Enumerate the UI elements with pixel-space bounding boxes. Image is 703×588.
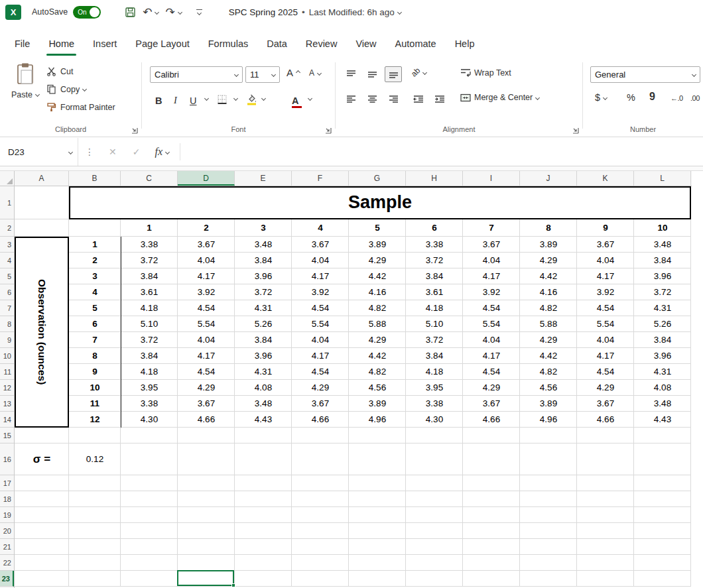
- observation-number-7[interactable]: 7: [69, 332, 121, 348]
- paste-button[interactable]: Paste: [9, 62, 41, 121]
- cell-J3[interactable]: 3.89: [520, 237, 577, 253]
- row-header-2[interactable]: 2: [0, 219, 14, 237]
- ribbon-tab-data[interactable]: Data: [257, 34, 296, 53]
- sample-number-3[interactable]: 3: [235, 219, 292, 237]
- cell-E11[interactable]: 4.31: [235, 364, 292, 380]
- column-header-K[interactable]: K: [577, 171, 634, 186]
- sample-number-5[interactable]: 5: [349, 219, 406, 237]
- cell-J13[interactable]: 3.89: [520, 396, 577, 412]
- copy-button[interactable]: Copy: [46, 80, 115, 98]
- fill-handle[interactable]: [231, 583, 235, 587]
- cell-C4[interactable]: 3.72: [121, 253, 178, 268]
- sample-number-8[interactable]: 8: [520, 219, 577, 237]
- cell-K5[interactable]: 4.17: [577, 268, 634, 284]
- observation-number-6[interactable]: 6: [69, 316, 121, 332]
- cell-D8[interactable]: 5.54: [178, 316, 235, 332]
- ribbon-tab-page-layout[interactable]: Page Layout: [126, 34, 198, 53]
- cell-F8[interactable]: 5.54: [292, 316, 349, 332]
- cell-L4[interactable]: 3.84: [634, 253, 691, 268]
- row-header-22[interactable]: 22: [0, 555, 14, 571]
- row-header-18[interactable]: 18: [0, 491, 14, 507]
- cell-E5[interactable]: 3.96: [235, 268, 292, 284]
- cell-E4[interactable]: 3.84: [235, 253, 292, 268]
- row-header-14[interactable]: 14: [0, 412, 14, 428]
- cell-G5[interactable]: 4.42: [349, 268, 406, 284]
- cell-L3[interactable]: 3.48: [634, 237, 691, 253]
- cell-K13[interactable]: 3.67: [577, 396, 634, 412]
- cell-K10[interactable]: 4.17: [577, 348, 634, 364]
- autosave-toggle[interactable]: On: [73, 6, 101, 19]
- column-header-B[interactable]: B: [69, 171, 121, 186]
- cell-L11[interactable]: 4.31: [634, 364, 691, 380]
- decrease-font-size-button[interactable]: A: [309, 68, 321, 78]
- cell-H8[interactable]: 5.10: [406, 316, 463, 332]
- cell-G6[interactable]: 4.16: [349, 284, 406, 300]
- column-header-H[interactable]: H: [406, 171, 463, 186]
- cell-H3[interactable]: 3.38: [406, 237, 463, 253]
- cell-L9[interactable]: 3.84: [634, 332, 691, 348]
- name-box[interactable]: D23: [0, 138, 78, 166]
- cell-E9[interactable]: 3.84: [235, 332, 292, 348]
- decrease-indent-button[interactable]: [410, 91, 427, 107]
- row-header-20[interactable]: 20: [0, 523, 14, 539]
- observation-number-8[interactable]: 8: [69, 348, 121, 364]
- ribbon-tab-review[interactable]: Review: [296, 34, 347, 53]
- cell-E8[interactable]: 5.26: [235, 316, 292, 332]
- cell-K6[interactable]: 3.92: [577, 284, 634, 300]
- cell-K11[interactable]: 4.54: [577, 364, 634, 380]
- chevron-down-icon[interactable]: [261, 96, 266, 101]
- observation-number-12[interactable]: 12: [69, 412, 121, 428]
- cell-G9[interactable]: 4.29: [349, 332, 406, 348]
- cancel-button[interactable]: ✕: [101, 147, 125, 157]
- cell-K3[interactable]: 3.67: [577, 237, 634, 253]
- excel-app-icon[interactable]: X: [5, 5, 21, 20]
- cell-F6[interactable]: 3.92: [292, 284, 349, 300]
- percent-style-button[interactable]: %: [627, 92, 635, 103]
- cell-F13[interactable]: 3.67: [292, 396, 349, 412]
- kebab-icon[interactable]: ⋮: [78, 147, 101, 157]
- orientation-button[interactable]: ab: [411, 68, 426, 77]
- font-size-select[interactable]: 11: [245, 66, 280, 83]
- cell-J6[interactable]: 4.16: [520, 284, 577, 300]
- observation-number-10[interactable]: 10: [69, 380, 121, 396]
- row-header-12[interactable]: 12: [0, 380, 14, 396]
- cell-I3[interactable]: 3.67: [463, 237, 520, 253]
- cell-L10[interactable]: 3.96: [634, 348, 691, 364]
- cell-H9[interactable]: 3.72: [406, 332, 463, 348]
- cell-E6[interactable]: 3.72: [235, 284, 292, 300]
- row-header-1[interactable]: 1: [0, 186, 14, 219]
- cell-J8[interactable]: 5.88: [520, 316, 577, 332]
- cell-K14[interactable]: 4.66: [577, 412, 634, 428]
- sample-number-2[interactable]: 2: [178, 219, 235, 237]
- chevron-down-icon[interactable]: [155, 9, 159, 14]
- cell-D3[interactable]: 3.67: [178, 237, 235, 253]
- underline-button[interactable]: U: [190, 91, 196, 106]
- customize-toolbar-button[interactable]: [196, 9, 202, 15]
- bold-button[interactable]: B: [155, 91, 162, 106]
- sample-number-4[interactable]: 4: [292, 219, 349, 237]
- cell-C6[interactable]: 3.61: [121, 284, 178, 300]
- cell-J12[interactable]: 4.56: [520, 380, 577, 396]
- cell-H5[interactable]: 3.84: [406, 268, 463, 284]
- row-header-8[interactable]: 8: [0, 316, 14, 332]
- cell-I8[interactable]: 5.54: [463, 316, 520, 332]
- cell-F10[interactable]: 4.17: [292, 348, 349, 364]
- cell-J7[interactable]: 4.82: [520, 300, 577, 316]
- cell-G7[interactable]: 4.82: [349, 300, 406, 316]
- cell-H14[interactable]: 4.30: [406, 412, 463, 428]
- sigma-label[interactable]: σ =: [15, 443, 69, 475]
- cell-H4[interactable]: 3.72: [406, 253, 463, 268]
- enter-button[interactable]: ✓: [125, 147, 149, 157]
- cell-J10[interactable]: 4.42: [520, 348, 577, 364]
- cell-D13[interactable]: 3.67: [178, 396, 235, 412]
- cell-E3[interactable]: 3.48: [235, 237, 292, 253]
- cell-F5[interactable]: 4.17: [292, 268, 349, 284]
- cell-H6[interactable]: 3.61: [406, 284, 463, 300]
- row-header-10[interactable]: 10: [0, 348, 14, 364]
- cell-E14[interactable]: 4.43: [235, 412, 292, 428]
- cell-C8[interactable]: 5.10: [121, 316, 178, 332]
- row-header-11[interactable]: 11: [0, 364, 14, 380]
- cell-F4[interactable]: 4.04: [292, 253, 349, 268]
- cell-J14[interactable]: 4.96: [520, 412, 577, 428]
- cell-I4[interactable]: 4.04: [463, 253, 520, 268]
